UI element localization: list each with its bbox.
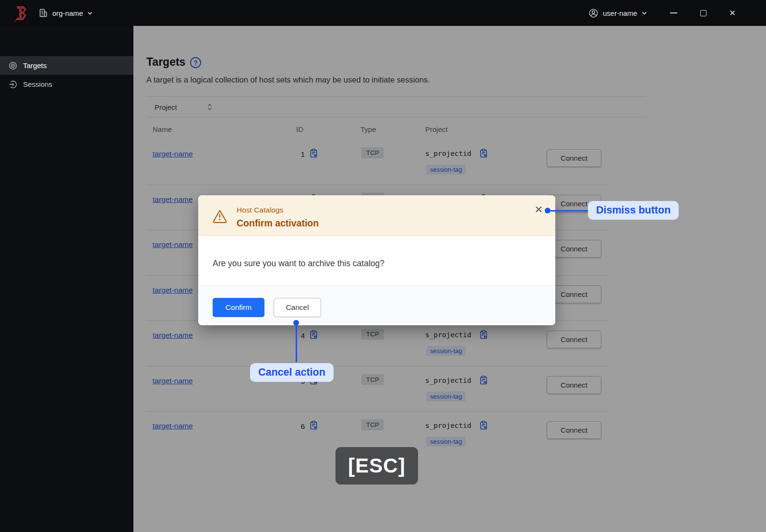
sidebar-item-targets[interactable]: Targets (0, 56, 133, 75)
user-name-label: user-name (603, 9, 637, 17)
sidebar: Targets Sessions (0, 26, 133, 532)
dismiss-annotation-line (551, 210, 589, 212)
cancel-annotation-label: Cancel action (250, 363, 334, 382)
dismiss-button[interactable]: ✕ (534, 204, 543, 215)
boundary-logo-icon (12, 4, 31, 23)
user-menu[interactable]: user-name (588, 0, 647, 26)
sessions-icon (9, 80, 17, 89)
dismiss-annotation-dot (545, 208, 551, 213)
window-close-icon: ✕ (729, 8, 736, 18)
dialog-footer: Confirm Cancel (198, 285, 555, 325)
cancel-annotation-dot (293, 320, 299, 326)
org-name-label: org-name (52, 9, 83, 17)
esc-key-badge: [ESC] (335, 447, 418, 485)
org-icon (38, 8, 48, 18)
dialog-header: Host Catalogs Confirm activation ✕ (198, 195, 555, 236)
sidebar-item-label: Sessions (23, 80, 52, 88)
maximize-icon (700, 10, 706, 16)
app-window: org-name user-name ✕ (0, 0, 766, 532)
chevron-down-icon (642, 12, 647, 15)
maximize-button[interactable] (696, 0, 710, 26)
targets-icon (9, 61, 17, 70)
sidebar-item-sessions[interactable]: Sessions (0, 75, 133, 94)
confirm-button[interactable]: Confirm (213, 298, 264, 317)
minimize-icon (670, 12, 677, 13)
chevron-down-icon (87, 12, 93, 15)
confirm-dialog: Host Catalogs Confirm activation ✕ Are y… (198, 195, 555, 325)
dialog-title: Confirm activation (237, 218, 319, 229)
minimize-button[interactable] (666, 0, 681, 26)
cancel-annotation-line (296, 326, 297, 362)
window-close-button[interactable]: ✕ (725, 0, 740, 26)
title-bar: org-name user-name ✕ (0, 0, 766, 26)
user-icon (588, 8, 598, 18)
org-switcher[interactable]: org-name (38, 0, 93, 26)
dialog-message: Are you sure you want to archive this ca… (213, 259, 384, 269)
dialog-context-label: Host Catalogs (237, 206, 283, 214)
dismiss-annotation-label: Dismiss button (588, 201, 679, 220)
close-icon: ✕ (534, 204, 543, 215)
esc-key-label: [ESC] (348, 454, 405, 477)
sidebar-item-label: Targets (23, 61, 47, 70)
warning-icon (212, 209, 227, 224)
cancel-button[interactable]: Cancel (274, 298, 321, 317)
